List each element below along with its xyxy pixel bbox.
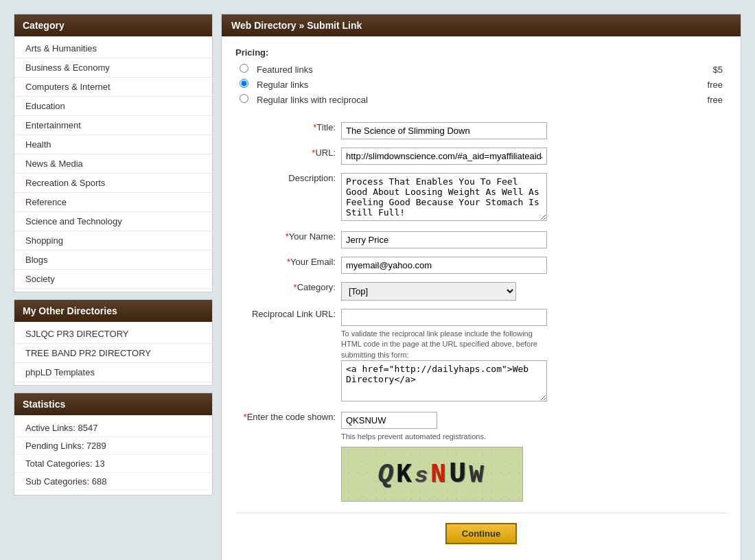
captcha-required-star: * xyxy=(244,412,247,422)
form-table: *Title: *URL: xyxy=(235,118,727,506)
sidebar-category-link[interactable]: News & Media xyxy=(14,154,212,173)
other-dirs-section: My Other Directories SJLQC PR3 DIRECTORY… xyxy=(14,299,213,386)
email-required-star: * xyxy=(287,257,290,267)
reciprocal-row: Reciprocal Link URL: To validate the rec… xyxy=(235,305,727,408)
sidebar-category-link[interactable]: Society xyxy=(14,270,212,288)
sidebar-category-link[interactable]: Blogs xyxy=(14,250,212,269)
statistics-header: Statistics xyxy=(14,393,212,415)
pricing-row: Regular links with reciprocal free xyxy=(235,92,727,107)
email-label: *Your Email: xyxy=(235,253,338,278)
captcha-image: QKsNUW xyxy=(341,447,523,502)
stats-item: Total Categories: 13 xyxy=(14,455,212,473)
category-select-cell: [Top] xyxy=(338,278,727,305)
name-label: *Your Name: xyxy=(235,227,338,253)
description-input-cell xyxy=(338,169,727,227)
pricing-radio-1[interactable] xyxy=(240,79,248,88)
pricing-price: $5 xyxy=(686,62,727,77)
name-row: *Your Name: xyxy=(235,227,727,253)
captcha-display-text: QKsNUW xyxy=(378,458,486,491)
pricing-price: free xyxy=(686,92,727,107)
sidebar-category-item: Education xyxy=(14,97,212,116)
email-input[interactable] xyxy=(341,257,547,274)
title-input-cell xyxy=(338,118,727,143)
reciprocal-label: Reciprocal Link URL: xyxy=(235,305,338,408)
captcha-input-cell: This helps prevent automated registratio… xyxy=(338,408,727,505)
reciprocal-input[interactable] xyxy=(341,309,547,326)
sidebar-category-link[interactable]: Business & Economy xyxy=(14,58,212,77)
captcha-input-row: *Enter the code shown: This helps preven… xyxy=(235,408,727,505)
url-row: *URL: xyxy=(235,143,727,169)
sidebar-category-link[interactable]: Arts & Humanities xyxy=(14,39,212,58)
email-row: *Your Email: xyxy=(235,253,727,278)
sidebar-category-link[interactable]: Recreation & Sports xyxy=(14,174,212,192)
name-input-cell xyxy=(338,227,727,253)
other-dir-link[interactable]: phpLD Templates xyxy=(14,363,212,382)
pricing-radio-2[interactable] xyxy=(240,94,248,103)
sidebar-category-item: Business & Economy xyxy=(14,58,212,78)
url-label: *URL: xyxy=(235,143,338,169)
pricing-table: Featured links $5 Regular links free Reg… xyxy=(235,62,727,107)
other-dirs-header: My Other Directories xyxy=(14,300,212,322)
other-dirs-list: SJLQC PR3 DIRECTORYTREE BAND PR2 DIRECTO… xyxy=(14,322,212,385)
description-label: Description: xyxy=(235,169,338,227)
sidebar-category-item: Computers & Internet xyxy=(14,78,212,97)
other-dir-link[interactable]: TREE BAND PR2 DIRECTORY xyxy=(14,344,212,362)
url-required-star: * xyxy=(312,148,315,158)
sidebar-category-link[interactable]: Education xyxy=(14,97,212,115)
category-header: Category xyxy=(14,14,212,36)
sidebar-category-link[interactable]: Shopping xyxy=(14,231,212,250)
reciprocal-code-textarea[interactable] xyxy=(341,360,547,401)
main-content: Web Directory » Submit Link Pricing: Fea… xyxy=(221,14,741,560)
pricing-label: Pricing: xyxy=(235,47,268,58)
pricing-price: free xyxy=(686,77,727,92)
pricing-option-label: Regular links with reciprocal xyxy=(253,92,686,107)
continue-button[interactable]: Continue xyxy=(445,523,517,544)
statistics-section: Statistics Active Links: 8547Pending Lin… xyxy=(14,393,213,495)
pricing-row: Featured links $5 xyxy=(235,62,727,77)
url-input-cell xyxy=(338,143,727,169)
continue-row: Continue xyxy=(235,513,727,551)
description-textarea[interactable] xyxy=(341,173,547,221)
name-input[interactable] xyxy=(341,231,547,248)
category-section: Category Arts & HumanitiesBusiness & Eco… xyxy=(14,14,213,292)
title-required-star: * xyxy=(313,122,316,132)
sidebar-category-link[interactable]: Entertainment xyxy=(14,116,212,135)
sidebar-category-link[interactable]: Reference xyxy=(14,193,212,211)
submit-form: *Title: *URL: xyxy=(235,118,727,551)
url-input[interactable] xyxy=(341,148,547,165)
sidebar-category-link[interactable]: Computers & Internet xyxy=(14,78,212,96)
pricing-row: Regular links free xyxy=(235,77,727,92)
sidebar-category-item: Arts & Humanities xyxy=(14,39,212,58)
stats-list: Active Links: 8547Pending Links: 7289Tot… xyxy=(14,415,212,495)
title-input[interactable] xyxy=(341,122,547,139)
captcha-hint: This helps prevent automated registratio… xyxy=(341,432,547,442)
description-row: Description: xyxy=(235,169,727,227)
sidebar-category-link[interactable]: Science and Technology xyxy=(14,212,212,231)
other-dir-item: SJLQC PR3 DIRECTORY xyxy=(14,325,212,344)
pricing-radio-0[interactable] xyxy=(240,64,248,73)
submit-link-header: Web Directory » Submit Link xyxy=(222,14,741,36)
submit-link-panel: Web Directory » Submit Link Pricing: Fea… xyxy=(221,14,741,560)
title-row: *Title: xyxy=(235,118,727,143)
other-dir-link[interactable]: SJLQC PR3 DIRECTORY xyxy=(14,325,212,343)
title-label: *Title: xyxy=(235,118,338,143)
submit-link-body: Pricing: Featured links $5 Regular links… xyxy=(222,36,741,560)
sidebar-category-item: News & Media xyxy=(14,154,212,174)
reciprocal-hint: To validate the reciprocal link please i… xyxy=(341,329,547,360)
sidebar-category-item: Shopping xyxy=(14,231,212,250)
category-label-cell: *Category: xyxy=(235,278,338,305)
pricing-option-label: Regular links xyxy=(253,77,686,92)
stats-item: Active Links: 8547 xyxy=(14,419,212,437)
captcha-input[interactable] xyxy=(341,412,437,429)
sidebar-category-link[interactable]: Health xyxy=(14,135,212,154)
category-required-star: * xyxy=(294,282,297,292)
sidebar-category-item: Recreation & Sports xyxy=(14,174,212,193)
sidebar-category-item: Society xyxy=(14,270,212,289)
stats-item: Sub Categories: 688 xyxy=(14,473,212,491)
category-select[interactable]: [Top] xyxy=(341,282,516,301)
captcha-label: *Enter the code shown: xyxy=(235,408,338,505)
pricing-section: Pricing: Featured links $5 Regular links… xyxy=(235,47,727,107)
sidebar-category-item: Health xyxy=(14,135,212,154)
sidebar-category-item: Blogs xyxy=(14,250,212,270)
stats-item: Pending Links: 7289 xyxy=(14,437,212,455)
